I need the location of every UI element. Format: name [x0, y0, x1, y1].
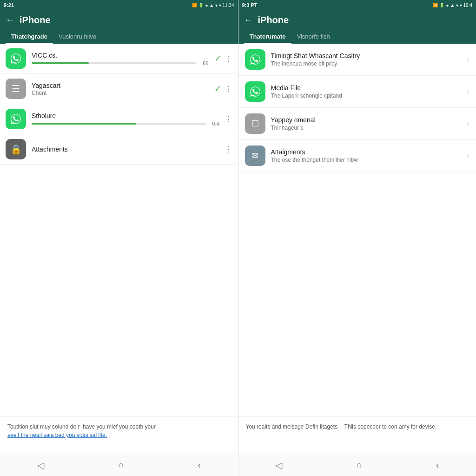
right-app-bar: ← iPhone	[238, 10, 476, 29]
list-item[interactable]: Stholure 0.4 ⋮	[0, 104, 238, 134]
list-item[interactable]: Timingt Shat Whascant Casitry The inenau…	[238, 44, 476, 76]
item-content-1: Yagascart Chent	[32, 82, 209, 96]
progress-fill-2	[32, 123, 136, 125]
item-title-1: Yagascart	[32, 82, 209, 89]
r-item-title-0: Timingt Shat Whascant Casitry	[271, 52, 462, 60]
right-status-bar: 9:3 PT 📶 🔋 ● ▲ ▾ ▾ 19:4	[238, 0, 476, 10]
progress-row-2: 0.4	[32, 121, 219, 126]
r-item-desc-3: The ose the thonget themilher hlbw	[271, 157, 462, 163]
whatsapp-icon-r0	[245, 49, 265, 70]
progress-bg-0	[32, 62, 196, 64]
r-item-title-2: Yappey omenal	[271, 116, 462, 124]
progress-label-0: 86	[199, 60, 209, 66]
item-content-0: VICC.cs. 86	[32, 52, 209, 66]
progress-bg-2	[32, 123, 206, 125]
list-item[interactable]: 🔒 Attachments ⋮	[0, 134, 238, 165]
left-screen-title: iPhone	[20, 15, 232, 26]
right-tabs-bar: Thaterumate Visnorfe fish	[238, 29, 476, 44]
whatsapp-icon-2	[6, 109, 26, 129]
progress-fill-0	[32, 62, 89, 64]
item-actions-2: ⋮	[225, 115, 232, 124]
progress-label-2: 0.4	[210, 121, 219, 126]
more-menu-2[interactable]: ⋮	[225, 115, 232, 124]
chevron-right-r3: ›	[467, 152, 469, 160]
list-item[interactable]: ☐ Yappey omenal Thinhageur s ›	[238, 108, 476, 140]
r-item-desc-1: The Laporil schongle cpitand	[271, 93, 462, 99]
grid-icon-1: ☰	[6, 79, 26, 99]
left-tab-1[interactable]: Vusionru hlivo	[53, 29, 102, 44]
check-icon-0: ✓	[214, 53, 221, 64]
left-back-button[interactable]: ←	[6, 15, 14, 25]
right-status-icons: 📶 🔋 ● ▲ ▾ ▾ 19:4	[433, 3, 472, 8]
left-bottom-link[interactable]: avelf the neail saia bed you vidui sal l…	[7, 432, 107, 438]
left-bottom-text: Toutition slut muy colund de r .have you…	[0, 416, 238, 454]
mail-icon-r3: ✉	[245, 145, 265, 166]
left-status-bar: 9:21 📶 🔋 ● ▲ ▾ ▾ 11:34	[0, 0, 238, 10]
left-nav-bar: ◁ ○ ‹	[0, 454, 238, 476]
item-content-2: Stholure 0.4	[32, 112, 219, 126]
left-home-nav[interactable]: ○	[111, 456, 131, 474]
lock-icon-3: 🔒	[6, 139, 26, 159]
right-nav-bar: ◁ ○ ‹	[238, 454, 476, 476]
right-time: 9:3 PT	[242, 2, 258, 8]
r-item-content-0: Timingt Shat Whascant Casitry The inenau…	[271, 52, 462, 67]
list-item[interactable]: ☰ Yagascart Chent ✓ ⋮	[0, 74, 238, 104]
left-back-nav[interactable]: ◁	[30, 456, 52, 475]
more-menu-3[interactable]: ⋮	[225, 145, 232, 154]
left-time: 9:21	[4, 2, 14, 8]
chevron-right-r1: ›	[467, 87, 469, 96]
chevron-right-r0: ›	[467, 55, 469, 64]
more-menu-1[interactable]: ⋮	[225, 85, 232, 93]
item-title-3: Attachments	[32, 145, 219, 153]
left-screen: 9:21 📶 🔋 ● ▲ ▾ ▾ 11:34 ← iPhone Thatchgr…	[0, 0, 238, 476]
right-screen: 9:3 PT 📶 🔋 ● ▲ ▾ ▾ 19:4 ← iPhone Thateru…	[238, 0, 476, 476]
left-app-bar: ← iPhone	[0, 10, 238, 29]
whatsapp-icon-0	[6, 48, 26, 69]
r-item-content-1: Media File The Laporil schongle cpitand	[271, 84, 462, 99]
item-actions-0: ✓ ⋮	[214, 53, 232, 64]
whatsapp-icon-r1	[245, 81, 265, 102]
r-item-title-1: Media File	[271, 84, 462, 92]
device-icon-r2: ☐	[245, 113, 265, 134]
right-tab-1[interactable]: Visnorfe fish	[291, 29, 336, 44]
right-tab-0[interactable]: Thaterumate	[244, 29, 291, 44]
list-item[interactable]: VICC.cs. 86 ✓ ⋮	[0, 44, 238, 74]
item-title-0: VICC.cs.	[32, 52, 209, 59]
left-tabs-bar: Thatchgrade Vusionru hlivo	[0, 29, 238, 44]
r-item-desc-0: The inenaua mose bit plicy	[271, 60, 462, 67]
chevron-right-r2: ›	[467, 119, 469, 128]
left-recent-nav[interactable]: ‹	[190, 456, 208, 474]
item-content-3: Attachments	[32, 145, 219, 153]
list-item[interactable]: Media File The Laporil schongle cpitand …	[238, 76, 476, 108]
right-bottom-text: You realts and melsage Defin litagets --…	[238, 416, 476, 454]
right-screen-title: iPhone	[258, 15, 471, 26]
left-status-icons: 📶 🔋 ● ▲ ▾ ▾ 11:34	[192, 3, 234, 8]
right-home-nav[interactable]: ○	[349, 456, 369, 474]
item-subtitle-1: Chent	[32, 90, 209, 96]
right-back-button[interactable]: ←	[244, 15, 252, 25]
r-item-content-2: Yappey omenal Thinhageur s	[271, 116, 462, 131]
list-item[interactable]: ✉ Attaigments The ose the thonget themil…	[238, 140, 476, 172]
progress-row-0: 86	[32, 60, 209, 66]
check-icon-1: ✓	[214, 84, 221, 94]
right-list: Timingt Shat Whascant Casitry The inenau…	[238, 44, 476, 416]
right-recent-nav[interactable]: ‹	[429, 456, 447, 474]
r-item-content-3: Attaigments The ose the thonget themilhe…	[271, 148, 462, 163]
left-tab-0[interactable]: Thatchgrade	[6, 29, 53, 44]
r-item-desc-2: Thinhageur s	[271, 125, 462, 131]
right-back-nav[interactable]: ◁	[268, 456, 290, 475]
item-actions-3: ⋮	[225, 145, 232, 154]
left-list: VICC.cs. 86 ✓ ⋮ ☰ Yagascart	[0, 44, 238, 416]
item-title-2: Stholure	[32, 112, 219, 119]
r-item-title-3: Attaigments	[271, 148, 462, 156]
more-menu-0[interactable]: ⋮	[225, 54, 232, 63]
item-actions-1: ✓ ⋮	[214, 84, 232, 94]
